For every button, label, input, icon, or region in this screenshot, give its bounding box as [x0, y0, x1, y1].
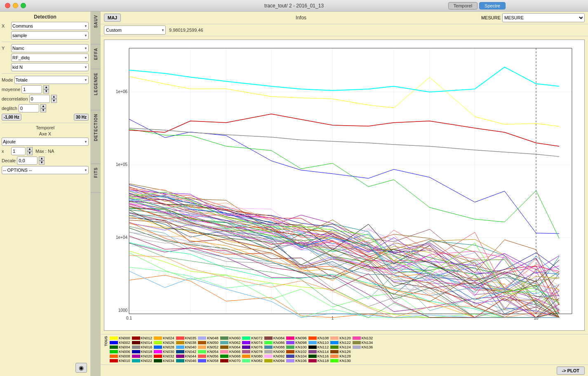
xmult-row: x 1 ▲ ▼ Max : NA [2, 147, 89, 155]
legend-color-swatch [176, 346, 184, 349]
legend-color-swatch [264, 346, 273, 349]
eye-button[interactable]: ◉ [75, 363, 87, 373]
legend-row: KN008KN020KN032KN044KN056KN068KN080KN092… [110, 354, 351, 358]
second-toolbar: Custom 9.98019,2599.46 [101, 24, 588, 36]
title-bar: trace_tout/ 2 - 2016_01_13 Temporel Spec… [0, 0, 588, 12]
freq-min-btn[interactable]: -1,00 Hz [2, 114, 21, 121]
axex-label: Axe X [2, 131, 89, 136]
tab-temporel[interactable]: Temporel [448, 2, 477, 9]
eye-icon-row: ◉ [2, 361, 89, 374]
xmult-down[interactable]: ▼ [27, 151, 33, 155]
legend-color-swatch [154, 341, 162, 344]
decale-row: Decale 0,0 ▲ ▼ [2, 156, 89, 165]
options-row: -- OPTIONS -- [2, 166, 89, 174]
y-label: Y [2, 46, 10, 51]
fits-tab[interactable]: FITS [91, 164, 101, 193]
moyenne-stepper: ▲ ▼ [43, 85, 49, 93]
legend-item: KN052 [198, 345, 219, 349]
y-field2-row: kid N [2, 63, 89, 71]
legend-color-swatch [264, 359, 273, 362]
ajoute-select[interactable]: Ajoute [2, 138, 89, 146]
legend-color-swatch [353, 341, 361, 344]
legend-item: KN136 [353, 345, 373, 349]
legend-item: KN106 [286, 359, 307, 363]
mode-wrapper: Totale [14, 76, 89, 84]
legend-item: KN034 [154, 359, 174, 363]
x-sub-select[interactable]: sample [11, 31, 89, 40]
y-field2-select[interactable]: kid N [11, 63, 89, 71]
plot-button[interactable]: -> PLOT [557, 367, 585, 375]
mesure-select[interactable]: MESURE [502, 13, 585, 22]
legend-color-swatch [242, 346, 250, 349]
sauv-label: SAUV [93, 13, 99, 30]
options-select[interactable]: -- OPTIONS -- [2, 166, 89, 174]
decale-up[interactable]: ▲ [39, 156, 45, 161]
legend-item-label: KN028 [163, 345, 174, 349]
legend-item: KN078 [242, 350, 263, 354]
maj-button[interactable]: MAJ [104, 14, 121, 22]
legend-item-label: KN132 [362, 336, 373, 340]
right-area: SAUV EFFA LEGENDE DETECTION FITS MAJ Inf… [91, 12, 588, 376]
legend-color-swatch [110, 346, 118, 349]
deglitch-input[interactable]: 0 [19, 104, 39, 112]
mode-select[interactable]: Totale [14, 76, 89, 84]
deglitch-up[interactable]: ▲ [40, 104, 46, 108]
detection-tab[interactable]: DETECTION [91, 110, 101, 164]
tab-spectre[interactable]: Spectre [479, 2, 506, 9]
deglitch-down[interactable]: ▼ [40, 108, 46, 112]
freq-max-btn[interactable]: 30 Hz [74, 114, 89, 121]
moyenne-up[interactable]: ▲ [43, 85, 49, 89]
y-select[interactable]: Namc [11, 44, 89, 52]
x-sub-row: sample [2, 31, 89, 40]
moyenne-input[interactable]: 1 [21, 85, 42, 93]
decorrelation-down[interactable]: ▼ [51, 99, 57, 103]
decale-input[interactable]: 0,0 [17, 156, 38, 165]
moyenne-down[interactable]: ▼ [43, 89, 49, 93]
legend-item-label: KN058 [207, 359, 219, 363]
xmult-input[interactable]: 1 [11, 147, 26, 155]
decale-stepper: ▲ ▼ [39, 156, 45, 165]
legend-color-swatch [353, 336, 361, 340]
legend-item-label: KN094 [273, 359, 285, 363]
maximize-button[interactable] [21, 3, 26, 8]
sauv-tab[interactable]: SAUV [91, 12, 101, 44]
legend-item-label: KN072 [251, 336, 263, 340]
legende-tab[interactable]: LEGENDE [91, 69, 101, 110]
legend-row: KN004KN016KN028KN040KN052KN064KN076KN088… [110, 345, 373, 349]
legend-row: KN002KN014KN026KN038KN050KN062KN074KN086… [110, 341, 373, 345]
legend-item: KN048 [198, 336, 219, 340]
legend-item-label: KN014 [141, 341, 153, 345]
side-tabs: SAUV EFFA LEGENDE DETECTION FITS [91, 12, 101, 376]
decale-label: Decale [2, 158, 16, 163]
legend-item: KN050 [198, 341, 219, 345]
legend-item: KN112 [308, 345, 329, 349]
close-button[interactable] [5, 3, 10, 8]
legend-item: KN090 [264, 350, 285, 354]
xmult-up[interactable]: ▲ [27, 147, 33, 151]
legend-item: KN028 [154, 345, 174, 349]
legend-item: KN000 [110, 336, 130, 340]
x-select[interactable]: Communs [11, 22, 89, 30]
legend-item-label: KN018 [141, 350, 153, 354]
legend-color-swatch [308, 341, 317, 344]
legend-color-swatch [308, 359, 317, 362]
y-field1-select[interactable]: RF_didq [11, 54, 89, 62]
plot-box[interactable] [104, 40, 585, 331]
decale-down[interactable]: ▼ [39, 161, 45, 165]
minimize-button[interactable] [13, 3, 18, 8]
decorrelation-stepper: ▲ ▼ [51, 95, 57, 103]
legend-item: KN006 [110, 350, 130, 354]
legend-item: KN080 [242, 354, 263, 358]
legend-item-label: KN126 [339, 350, 351, 354]
legend-item: KN066 [220, 350, 241, 354]
legend-color-swatch [264, 341, 273, 344]
effa-tab[interactable]: EFFA [91, 44, 101, 69]
legend-item: KN035 [176, 336, 197, 340]
decorrelation-up[interactable]: ▲ [51, 95, 57, 99]
custom-select[interactable]: Custom [104, 26, 166, 35]
legend-item: KN030 [154, 350, 174, 354]
decorrelation-input[interactable]: 0 [29, 95, 50, 103]
legend-color-swatch [308, 336, 317, 340]
deglitch-stepper: ▲ ▼ [40, 104, 46, 112]
legend-color-swatch [198, 350, 206, 353]
